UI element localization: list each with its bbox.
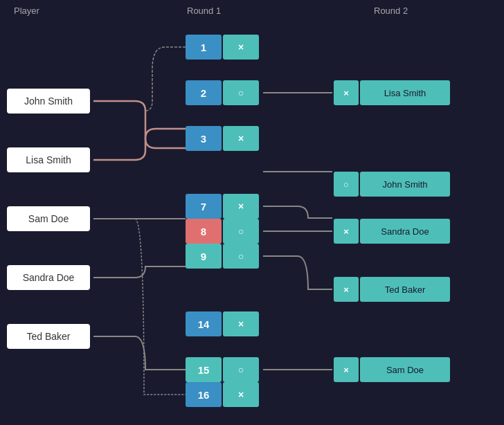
player-sam-doe: Sam Doe xyxy=(7,206,90,231)
seed-1-result[interactable]: × xyxy=(223,35,259,60)
r2-lisa-smith-name: Lisa Smith xyxy=(360,80,450,105)
seed-2-num[interactable]: 2 xyxy=(186,80,222,105)
r2-lisa-smith-icon[interactable]: × xyxy=(334,80,359,105)
seed-3-result[interactable]: × xyxy=(223,126,259,151)
player-ted-baker: Ted Baker xyxy=(7,324,90,349)
tournament-bracket: Player Round 1 Round 2 John Smith xyxy=(0,0,504,425)
r2-ted-baker-icon[interactable]: × xyxy=(334,277,359,302)
r2-john-smith-icon[interactable]: ○ xyxy=(334,172,359,197)
r2-sam-doe-name: Sam Doe xyxy=(360,357,450,382)
seed-7-num[interactable]: 7 xyxy=(186,194,222,219)
player-john-smith: John Smith xyxy=(7,89,90,114)
player-lisa-smith: Lisa Smith xyxy=(7,147,90,172)
r2-john-smith-name: John Smith xyxy=(360,172,450,197)
r2-ted-baker-name: Ted Baker xyxy=(360,277,450,302)
seed-15-result[interactable]: ○ xyxy=(223,357,259,382)
seed-2-result[interactable]: ○ xyxy=(223,80,259,105)
player-sandra-doe: Sandra Doe xyxy=(7,265,90,290)
seed-9-num[interactable]: 9 xyxy=(186,244,222,269)
seed-16-result[interactable]: × xyxy=(223,382,259,407)
r2-sandra-doe-name: Sandra Doe xyxy=(360,219,450,244)
seed-1-num[interactable]: 1 xyxy=(186,35,222,60)
seed-3-num[interactable]: 3 xyxy=(186,126,222,151)
seed-8-result[interactable]: ○ xyxy=(223,219,259,244)
header-round1: Round 1 xyxy=(187,6,221,16)
r2-sandra-doe-icon[interactable]: × xyxy=(334,219,359,244)
r2-sam-doe-icon[interactable]: × xyxy=(334,357,359,382)
seed-7-result[interactable]: × xyxy=(223,194,259,219)
seed-9-result[interactable]: ○ xyxy=(223,244,259,269)
seed-14-result[interactable]: × xyxy=(223,311,259,336)
header-players: Player xyxy=(14,6,39,16)
seed-14-num[interactable]: 14 xyxy=(186,311,222,336)
seed-15-num[interactable]: 15 xyxy=(186,357,222,382)
seed-8-num[interactable]: 8 xyxy=(186,219,222,244)
seed-16-num[interactable]: 16 xyxy=(186,382,222,407)
header-round2: Round 2 xyxy=(374,6,408,16)
